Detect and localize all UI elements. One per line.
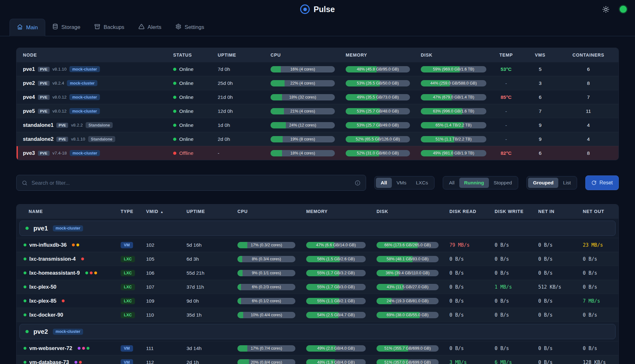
disk-read-rate: 0 B/s — [442, 346, 488, 351]
guest-uptime: 55d 21h — [180, 270, 230, 276]
nodes-column-uptime[interactable]: UPTIME — [211, 52, 264, 58]
guests-column-uptime[interactable]: UPTIME — [180, 209, 230, 214]
node-row-pve4[interactable]: pve4 PVE v8.0.12 mock-cluster Online 21d… — [17, 90, 618, 104]
theme-toggle-button[interactable] — [602, 6, 610, 13]
nodes-column-node[interactable]: NODE — [17, 52, 166, 58]
health-status-indicator[interactable] — [620, 6, 627, 13]
guest-name: vm-influxdb-36 — [29, 242, 67, 248]
guest-group-header-pve1[interactable]: pve1 mock-cluster — [17, 218, 618, 238]
filter-state-stopped[interactable]: Stopped — [489, 178, 517, 188]
node-vms-count: 3 — [522, 80, 558, 86]
nodes-column-containers[interactable]: CONTAINERS — [558, 52, 618, 58]
node-row-standalone2[interactable]: standalone2 PVE v8.1.10 Standalone Onlin… — [17, 132, 618, 146]
search-input[interactable] — [32, 180, 351, 186]
guest-vmid: 102 — [139, 242, 180, 248]
node-version: v8.0.12 — [53, 109, 67, 113]
net-in-rate: 0 B/s — [531, 270, 576, 276]
tab-backups[interactable]: Backups — [87, 18, 131, 36]
net-in-rate: 0 B/s — [531, 256, 576, 262]
guest-group-header-pve2[interactable]: pve2 mock-cluster — [17, 322, 618, 341]
filter-view-grouped[interactable]: Grouped — [528, 178, 558, 188]
guest-row-lxc-plex-50[interactable]: lxc-plex-50 LXC 107 37d 11h 6% (0.2/3 co… — [17, 280, 618, 294]
cpu-usage-bar: 9% (0.1/1 cores) — [237, 270, 295, 276]
filter-type-vms[interactable]: VMs — [392, 178, 411, 188]
alert-dot — [85, 271, 88, 274]
disk-read-rate: 0 B/s — [442, 284, 488, 290]
tab-main[interactable]: Main — [10, 19, 45, 36]
node-row-pve5[interactable]: pve5 PVE v8.0.12 mock-cluster Online 12d… — [17, 104, 618, 118]
filter-state-running[interactable]: Running — [459, 178, 489, 188]
node-containers-count: 8 — [558, 150, 618, 156]
info-icon[interactable] — [355, 180, 361, 186]
net-in-rate: 0 B/s — [531, 346, 576, 351]
cpu-usage-bar: 6% (0.1/2 cores) — [237, 298, 295, 304]
guest-row-lxc-homeassistant-9[interactable]: lxc-homeassistant-9 LXC 106 55d 21h 9% (… — [17, 266, 618, 280]
tab-label: Settings — [185, 24, 204, 31]
guest-row-lxc-plex-85[interactable]: lxc-plex-85 LXC 109 9d 0h 6% (0.1/2 core… — [17, 294, 618, 308]
pve-badge: PVE — [38, 109, 50, 114]
disk-usage-bar: 36% (39.4 GB/110.0 GB) — [377, 270, 439, 276]
guests-column-vmid[interactable]: VMID▲ — [139, 209, 180, 214]
reset-button[interactable]: Reset — [585, 175, 619, 190]
guest-row-lxc-docker-90[interactable]: lxc-docker-90 LXC 110 35d 1h 10% (0.4/4 … — [17, 308, 618, 322]
filter-state-all[interactable]: All — [444, 178, 459, 188]
node-status: Online — [166, 108, 211, 114]
guests-column-type[interactable]: TYPE — [114, 209, 139, 214]
nodes-column-vms[interactable]: VMS — [522, 52, 558, 58]
filter-type-lxcs[interactable]: LXCs — [411, 178, 433, 188]
guests-column-memory[interactable]: MEMORY — [299, 209, 370, 214]
tab-settings[interactable]: Settings — [168, 18, 211, 36]
guests-column-name[interactable]: NAME — [17, 209, 114, 214]
tab-storage[interactable]: Storage — [45, 18, 88, 36]
nodes-column-memory[interactable]: MEMORY — [339, 52, 414, 58]
alert-indicator-dots — [70, 244, 79, 246]
guest-name: lxc-transmission-4 — [29, 256, 76, 262]
node-name: standalone1 — [23, 122, 53, 128]
filter-type-all[interactable]: All — [376, 178, 392, 188]
guest-row-lxc-transmission-4[interactable]: lxc-transmission-4 LXC 105 6d 3h 8% (0.3… — [17, 252, 618, 266]
node-row-standalone1[interactable]: standalone1 PVE v8.2.2 Standalone Online… — [17, 118, 618, 132]
node-version: v8.0.12 — [53, 95, 67, 100]
guests-column-cpu[interactable]: CPU — [230, 209, 299, 214]
alert-dot — [81, 258, 84, 260]
nodes-column-temp[interactable]: TEMP — [490, 52, 522, 58]
nodes-column-cpu[interactable]: CPU — [264, 52, 339, 58]
guest-name: lxc-docker-90 — [29, 312, 63, 318]
alert-triangle-icon — [138, 24, 145, 31]
memory-usage-bar: 52% (31.0 GB/60.0 GB) — [346, 150, 410, 156]
nodes-column-status[interactable]: STATUS — [166, 52, 211, 58]
disk-usage-bar: 63% (996.0 GB/1.6 TB) — [421, 108, 486, 114]
tab-label: Alerts — [148, 24, 161, 31]
node-row-pve1[interactable]: pve1 PVE v8.1.10 mock-cluster Online 7d … — [17, 62, 618, 76]
guests-column-disk[interactable]: DISK — [370, 209, 442, 214]
node-row-pve3[interactable]: pve3 PVE v7.4-18 mock-cluster Offline - … — [17, 146, 618, 160]
sort-ascending-icon: ▲ — [160, 210, 164, 214]
guests-column-net-in[interactable]: NET IN — [531, 209, 576, 214]
memory-usage-bar: 53% (25.7 GB/48.0 GB) — [346, 108, 410, 114]
guests-column-net-out[interactable]: NET OUT — [576, 209, 618, 214]
net-in-rate: 0 B/s — [531, 312, 576, 318]
node-row-pve2[interactable]: pve2 PVE v8.2.4 mock-cluster Online 25d … — [17, 76, 618, 90]
net-in-rate: 0 B/s — [531, 360, 576, 364]
guest-vmid: 112 — [139, 360, 180, 364]
guest-row-vm-influxdb-36[interactable]: vm-influxdb-36 VM 102 5d 16h 17% (0.3/2 … — [17, 238, 618, 252]
disk-write-rate: 0 B/s — [488, 298, 531, 304]
net-out-rate: 0 B/s — [576, 270, 618, 276]
guests-column-disk-read[interactable]: DISK READ — [442, 209, 488, 214]
net-out-rate: 0 B/s — [576, 312, 618, 318]
nodes-table-header: NODESTATUSUPTIMECPUMEMORYDISKTEMPVMSCONT… — [17, 48, 618, 62]
node-uptime: - — [211, 150, 264, 156]
nodes-column-disk[interactable]: DISK — [414, 52, 490, 58]
memory-usage-bar: 56% (1.5 GB/2.6 GB) — [306, 256, 366, 262]
status-dot — [173, 124, 176, 127]
alert-dot — [79, 361, 82, 364]
guests-column-disk-write[interactable]: DISK WRITE — [488, 209, 531, 214]
node-name: pve4 — [23, 94, 35, 100]
memory-usage-bar: 54% (2.5 GB/4.7 GB) — [306, 312, 366, 318]
tab-alerts[interactable]: Alerts — [131, 18, 168, 36]
guest-row-vm-webserver-72[interactable]: vm-webserver-72 VM 111 3d 14h 17% (0.7/4… — [17, 341, 618, 355]
guest-row-vm-database-73[interactable]: vm-database-73 VM 112 2d 1h 20% (0.8/4 c… — [17, 355, 618, 364]
filter-view-list[interactable]: List — [558, 178, 575, 188]
guests-table: NAMETYPEVMID▲UPTIMECPUMEMORYDISKDISK REA… — [16, 204, 619, 364]
node-name: standalone2 — [23, 136, 53, 142]
